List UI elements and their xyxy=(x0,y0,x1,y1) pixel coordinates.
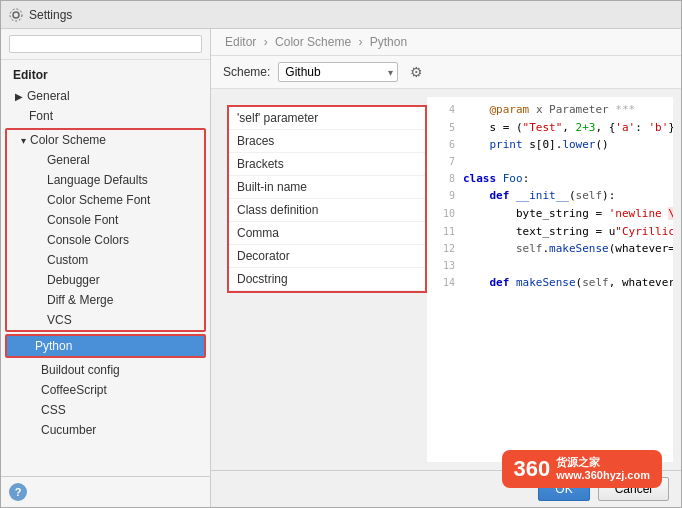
panel-body: 'self' parameter Braces Brackets Built-i… xyxy=(211,89,681,470)
sidebar: Editor ▶General Font ▾Color Scheme Gener… xyxy=(1,29,211,507)
python-group: Python xyxy=(5,334,206,358)
code-content: print s[0].lower() xyxy=(463,136,669,154)
sidebar-tree: Editor ▶General Font ▾Color Scheme Gener… xyxy=(1,60,210,476)
settings-icon xyxy=(9,8,23,22)
color-scheme-group: ▾Color Scheme General Language Defaults … xyxy=(5,128,206,332)
line-number: 5 xyxy=(431,120,455,136)
line-number: 8 xyxy=(431,171,455,187)
code-line-11: 11 text_string = u"Cyrillic Я is \u042f.… xyxy=(427,223,673,241)
sidebar-bottom: ? xyxy=(1,476,210,507)
code-content: @param x Parameter *** xyxy=(463,101,669,119)
sidebar-item-general[interactable]: ▶General xyxy=(1,86,210,106)
sidebar-item-coffeescript[interactable]: CoffeeScript xyxy=(1,380,210,400)
code-content: def __init__(self): xyxy=(463,187,669,205)
list-item-self-param[interactable]: 'self' parameter xyxy=(229,107,425,130)
code-panel: 4 @param x Parameter *** 5 s = ("Test", … xyxy=(427,97,673,462)
sidebar-item-debugger[interactable]: Debugger xyxy=(7,270,204,290)
code-content: def makeSense(self, whatever): xyxy=(463,274,673,292)
code-line-13: 13 xyxy=(427,258,673,274)
svg-point-0 xyxy=(13,12,19,18)
search-box xyxy=(1,29,210,60)
watermark-number: 360 xyxy=(514,456,551,482)
line-number: 4 xyxy=(431,102,455,118)
line-number: 14 xyxy=(431,275,455,291)
sidebar-item-diff-merge[interactable]: Diff & Merge xyxy=(7,290,204,310)
sidebar-item-cs-general[interactable]: General xyxy=(7,150,204,170)
code-line-8: 8 class Foo: xyxy=(427,170,673,188)
line-number: 10 xyxy=(431,206,455,222)
window-title: Settings xyxy=(29,8,72,22)
code-line-10: 10 byte_string = 'newline \n also newlin… xyxy=(427,205,673,223)
list-item-braces[interactable]: Braces xyxy=(229,130,425,153)
search-input[interactable] xyxy=(9,35,202,53)
code-content: text_string = u"Cyrillic Я is \u042f. Oo… xyxy=(463,223,673,241)
sidebar-item-vcs[interactable]: VCS xyxy=(7,310,204,330)
scheme-settings-button[interactable]: ⚙ xyxy=(406,64,427,80)
list-item-comma[interactable]: Comma xyxy=(229,222,425,245)
list-container: 'self' parameter Braces Brackets Built-i… xyxy=(219,97,427,462)
sidebar-item-css[interactable]: CSS xyxy=(1,400,210,420)
code-line-9: 9 def __init__(self): xyxy=(427,187,673,205)
code-lines: 4 @param x Parameter *** 5 s = ("Test", … xyxy=(427,97,673,462)
code-content: class Foo: xyxy=(463,170,669,188)
line-number: 9 xyxy=(431,188,455,204)
code-line-5: 5 s = ("Test", 2+3, {'a': 'b'}, x) # Com… xyxy=(427,119,673,137)
line-number: 11 xyxy=(431,224,455,240)
code-content: s = ("Test", 2+3, {'a': 'b'}, x) # Comme… xyxy=(463,119,673,137)
scheme-bar: Scheme: Github Default Darcula Monokai ⚙ xyxy=(211,56,681,89)
code-line-14: 14 def makeSense(self, whatever): xyxy=(427,274,673,292)
breadcrumb-color-scheme: Color Scheme xyxy=(275,35,351,49)
watermark: 360 货源之家 www.360hyzj.com xyxy=(502,450,662,488)
breadcrumb: Editor › Color Scheme › Python xyxy=(211,29,681,56)
sidebar-item-buildout[interactable]: Buildout config xyxy=(1,360,210,380)
chevron-down-icon: ▾ xyxy=(21,135,26,146)
code-line-6: 6 print s[0].lower() xyxy=(427,136,673,154)
sidebar-item-console-font[interactable]: Console Font xyxy=(7,210,204,230)
list-item-brackets[interactable]: Brackets xyxy=(229,153,425,176)
line-number: 7 xyxy=(431,154,455,170)
line-number: 12 xyxy=(431,241,455,257)
main-panel: Editor › Color Scheme › Python Scheme: G… xyxy=(211,29,681,507)
scheme-select[interactable]: Github Default Darcula Monokai xyxy=(278,62,398,82)
scheme-label: Scheme: xyxy=(223,65,270,79)
watermark-site: 货源之家 xyxy=(556,456,650,469)
editor-section: Editor xyxy=(1,64,210,86)
svg-point-1 xyxy=(10,9,22,21)
list-item-docstring[interactable]: Docstring xyxy=(229,268,425,291)
watermark-url: www.360hyzj.com xyxy=(556,469,650,482)
list-item-builtin-name[interactable]: Built-in name xyxy=(229,176,425,199)
code-content: byte_string = 'newline \n also newline \… xyxy=(463,205,673,223)
code-line-12: 12 self.makeSense(whatever=1) xyxy=(427,240,673,258)
help-button[interactable]: ? xyxy=(9,483,27,501)
content-area: Editor ▶General Font ▾Color Scheme Gener… xyxy=(1,29,681,507)
sidebar-item-color-scheme[interactable]: ▾Color Scheme xyxy=(7,130,204,150)
code-content: self.makeSense(whatever=1) xyxy=(463,240,673,258)
line-number: 13 xyxy=(431,258,455,274)
sidebar-item-font[interactable]: Font xyxy=(1,106,210,126)
line-number: 6 xyxy=(431,137,455,153)
sidebar-item-cs-font[interactable]: Color Scheme Font xyxy=(7,190,204,210)
color-scheme-list: 'self' parameter Braces Brackets Built-i… xyxy=(227,105,427,293)
sidebar-item-python[interactable]: Python xyxy=(7,336,204,356)
list-item-class-def[interactable]: Class definition xyxy=(229,199,425,222)
settings-window: Settings Editor ▶General Font ▾Color Sch… xyxy=(0,0,682,508)
sidebar-item-custom[interactable]: Custom xyxy=(7,250,204,270)
breadcrumb-editor: Editor xyxy=(225,35,256,49)
scheme-select-wrap: Github Default Darcula Monokai xyxy=(278,62,398,82)
sidebar-item-cucumber[interactable]: Cucumber xyxy=(1,420,210,440)
titlebar: Settings xyxy=(1,1,681,29)
sidebar-item-console-colors[interactable]: Console Colors xyxy=(7,230,204,250)
breadcrumb-sep1: › xyxy=(264,35,271,49)
breadcrumb-sep2: › xyxy=(358,35,365,49)
list-item-decorator[interactable]: Decorator xyxy=(229,245,425,268)
code-line-7: 7 xyxy=(427,154,673,170)
chevron-right-icon: ▶ xyxy=(15,91,23,102)
watermark-text: 货源之家 www.360hyzj.com xyxy=(556,456,650,482)
sidebar-item-lang-defaults[interactable]: Language Defaults xyxy=(7,170,204,190)
code-line-4: 4 @param x Parameter *** xyxy=(427,101,673,119)
breadcrumb-python: Python xyxy=(370,35,407,49)
